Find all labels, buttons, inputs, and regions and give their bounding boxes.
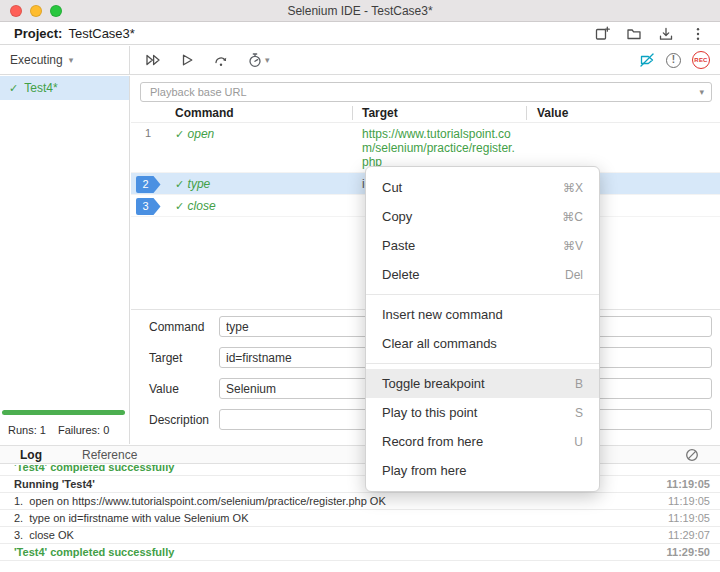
log-entry: 2. type on id=firstname with value Selen… <box>0 510 720 527</box>
target-field-label: Target <box>149 351 219 365</box>
description-field-label: Description <box>149 413 219 427</box>
playback-base-url-field: ▾ <box>140 82 712 102</box>
log-panel-tabbar: Log Reference <box>0 445 720 464</box>
passed-check-icon: ✓ <box>175 200 184 212</box>
chevron-down-icon[interactable]: ▾ <box>699 87 704 97</box>
pause-on-exceptions-button[interactable]: ! <box>666 53 681 68</box>
stopwatch-icon <box>247 52 263 68</box>
execution-state-dropdown[interactable]: Executing ▾ <box>0 46 130 74</box>
shortcut-label: ⌘V <box>563 239 583 253</box>
new-project-button[interactable] <box>594 26 610 42</box>
log-entry: 'Test4' completed successfully <box>0 465 720 476</box>
column-header-command: Command <box>175 106 234 120</box>
run-all-tests-button[interactable] <box>145 52 161 68</box>
log-timestamp: 11:19:05 <box>668 495 710 507</box>
menu-item-play-from-here[interactable]: Play from here <box>366 456 599 485</box>
save-icon <box>658 26 674 42</box>
menu-separator <box>366 294 599 295</box>
menu-item-delete[interactable]: DeleteDel <box>366 260 599 289</box>
zoom-window-button[interactable] <box>50 5 62 17</box>
menu-item-insert-new-command[interactable]: Insert new command <box>366 300 599 329</box>
commands-table-header: Command Target Value <box>131 103 720 123</box>
new-project-icon <box>594 26 610 42</box>
project-label: Project: <box>14 26 62 41</box>
close-window-button[interactable] <box>10 5 22 17</box>
save-project-button[interactable] <box>658 26 674 42</box>
log-entry: 'Test4' completed successfully 11:29:50 <box>0 544 720 561</box>
tab-reference[interactable]: Reference <box>82 448 137 462</box>
passed-check-icon: ✓ <box>175 128 184 140</box>
clear-log-button[interactable] <box>684 447 700 463</box>
more-options-button[interactable] <box>690 26 706 42</box>
column-header-value: Value <box>526 106 568 120</box>
exclamation-circle-icon: ! <box>666 53 681 68</box>
test-passed-check-icon: ✓ <box>9 82 18 95</box>
menu-item-cut[interactable]: Cut⌘X <box>366 173 599 202</box>
chevron-down-icon: ▾ <box>265 55 270 65</box>
failures-count: Failures: 0 <box>58 424 109 436</box>
log-timestamp: 11:19:05 <box>668 512 710 524</box>
log-entry: 1. open on https://www.tutorialspoint.co… <box>0 493 720 510</box>
shortcut-label: B <box>575 377 583 391</box>
row-number[interactable]: 2 <box>131 173 165 193</box>
log-timestamp: 11:29:50 <box>667 546 710 558</box>
shortcut-label: S <box>575 406 583 420</box>
step-over-icon <box>213 52 229 68</box>
shortcut-label: ⌘C <box>562 210 583 224</box>
row-number[interactable]: 3 <box>131 195 165 215</box>
menu-item-copy[interactable]: Copy⌘C <box>366 202 599 231</box>
toolbar-right-actions: ! REC <box>639 46 720 74</box>
run-all-icon <box>145 52 161 68</box>
menu-item-toggle-breakpoint[interactable]: Toggle breakpointB <box>366 369 599 398</box>
window-controls <box>10 5 62 17</box>
run-stats: Runs: 1 Failures: 0 <box>8 424 109 436</box>
sidebar-item-test4[interactable]: ✓ Test4* <box>0 76 129 100</box>
tab-log[interactable]: Log <box>20 448 42 462</box>
playback-base-url-input[interactable] <box>148 85 699 99</box>
playback-toolbar: Executing ▾ <box>0 46 720 75</box>
shortcut-label: U <box>574 435 583 449</box>
context-menu: Cut⌘X Copy⌘C Paste⌘V DeleteDel Insert ne… <box>365 166 600 492</box>
log-entry: 3. close OK 11:29:07 <box>0 527 720 544</box>
rec-label: REC <box>694 57 707 63</box>
row-number[interactable]: 1 <box>131 123 165 139</box>
menu-separator <box>366 363 599 364</box>
run-current-test-button[interactable] <box>179 52 195 68</box>
log-timestamp: 11:29:07 <box>668 529 710 541</box>
menu-item-clear-all-commands[interactable]: Clear all commands <box>366 329 599 358</box>
toolbar-left-actions: ▾ <box>130 46 270 74</box>
clear-log-icon <box>684 447 700 463</box>
command-field-label: Command <box>149 320 219 334</box>
open-project-button[interactable] <box>626 26 642 42</box>
menu-item-record-from-here[interactable]: Record from hereU <box>366 427 599 456</box>
test-speed-control[interactable]: ▾ <box>247 52 270 68</box>
command-cell: ✓ close <box>165 195 352 216</box>
log-entries: 'Test4' completed successfully Running '… <box>0 465 720 572</box>
folder-icon <box>626 26 642 42</box>
breakpoint-flag-icon[interactable]: 3 <box>136 198 161 215</box>
chevron-down-icon: ▾ <box>69 55 74 65</box>
project-bar: Project: TestCase3* <box>0 23 720 45</box>
command-cell: ✓ open <box>165 123 352 144</box>
menu-item-play-to-this-point[interactable]: Play to this pointS <box>366 398 599 427</box>
command-cell: ✓ type <box>165 173 352 194</box>
record-button[interactable]: REC <box>692 51 710 69</box>
step-over-button[interactable] <box>213 52 229 68</box>
column-header-target: Target <box>352 106 398 120</box>
disable-breakpoints-button[interactable] <box>639 52 655 68</box>
window-title: Selenium IDE - TestCase3* <box>287 4 432 18</box>
minimize-window-button[interactable] <box>30 5 42 17</box>
breakpoint-flag-icon[interactable]: 2 <box>136 176 161 193</box>
selenium-ide-window: Selenium IDE - TestCase3* Project: TestC… <box>0 0 720 572</box>
log-timestamp: 11:19:05 <box>667 478 710 490</box>
project-name: TestCase3* <box>68 26 134 41</box>
passed-check-icon: ✓ <box>175 178 184 190</box>
shortcut-label: ⌘X <box>563 181 583 195</box>
runs-count: Runs: 1 <box>8 424 46 436</box>
run-progress-bar <box>2 410 125 415</box>
kebab-menu-icon <box>690 26 706 42</box>
window-titlebar: Selenium IDE - TestCase3* <box>0 0 720 22</box>
value-cell <box>526 123 720 130</box>
menu-item-paste[interactable]: Paste⌘V <box>366 231 599 260</box>
log-entry: Running 'Test4' 11:19:05 <box>0 476 720 493</box>
